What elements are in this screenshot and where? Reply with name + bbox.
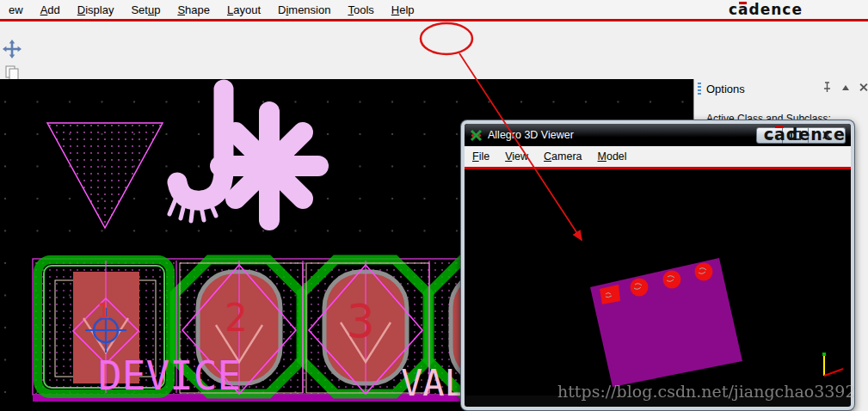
menu-item-model[interactable]: Model (590, 149, 635, 164)
options-panel-header: Options (694, 79, 868, 98)
cadence-macron (739, 2, 747, 4)
allegro-3d-viewer-window[interactable]: Allegro 3D Viewer FileViewCameraModel ca… (461, 120, 854, 410)
panel-pin-icon[interactable] (822, 82, 832, 93)
viewer-menubar: FileViewCameraModel (465, 146, 851, 167)
menu-item-tools[interactable]: Tools (339, 2, 382, 18)
menu-item-layout[interactable]: Layout (219, 2, 269, 18)
panel-collapse-icon[interactable] (842, 85, 849, 90)
refdes-text: DEVICE (98, 353, 241, 399)
options-title: Options (706, 83, 745, 95)
asterisk-shape[interactable] (220, 112, 318, 220)
menu-item-file[interactable]: File (465, 149, 497, 164)
axis-triad (822, 353, 843, 376)
menu-item-add[interactable]: Add (32, 2, 69, 18)
menu-item-shape[interactable]: Shape (169, 2, 219, 18)
menu-item-ew[interactable]: ew (0, 2, 32, 18)
menu-item-dimension[interactable]: Dimension (269, 2, 339, 18)
pad-number-1: 1 (97, 299, 109, 323)
menu-item-camera[interactable]: Camera (536, 149, 589, 164)
allegro-pcb-editor: ewAddDisplaySetupShapeLayoutDimensionToo… (0, 0, 868, 411)
menu-item-display[interactable]: Display (69, 2, 123, 18)
viewer-3d-canvas[interactable] (465, 169, 851, 396)
brand-red-line (0, 19, 868, 21)
viewer-title: Allegro 3D Viewer (488, 129, 574, 141)
value-text: VAL (401, 362, 466, 404)
viewer-app-icon (470, 129, 483, 142)
menu-item-setup[interactable]: Setup (122, 2, 169, 18)
panel-close-icon[interactable] (859, 83, 867, 91)
pad-number-2: 2 (225, 296, 248, 340)
panel-drag-handle[interactable] (698, 83, 701, 95)
menu-item-help[interactable]: Help (383, 2, 423, 18)
menu-item-view[interactable]: View (497, 149, 536, 164)
pad-number-3: 3 (347, 294, 375, 348)
board-3d (590, 258, 742, 387)
viewer-cadence-logo: cadence (764, 125, 846, 144)
cadence-logo: cadence (729, 1, 868, 19)
move-icon[interactable] (0, 37, 24, 61)
